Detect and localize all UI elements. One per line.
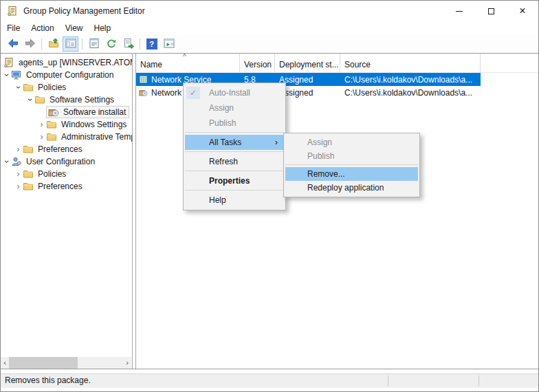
tree-item-policies[interactable]: ›Policies [1, 81, 132, 94]
folder-icon [23, 82, 34, 93]
chevron-expanded-icon[interactable]: › [14, 83, 23, 92]
toolbar-separator [140, 39, 140, 50]
folder-icon [46, 119, 57, 130]
folder-icon [23, 181, 34, 192]
menu-help[interactable]: Help [89, 22, 117, 34]
folder-icon [23, 168, 34, 179]
context-menu-item-properties[interactable]: Properties [184, 173, 285, 188]
chevron-collapsed-icon[interactable]: › [14, 182, 23, 190]
new-window-button[interactable] [161, 36, 177, 52]
properties-icon [89, 38, 100, 51]
tree-item-agents-up-winserver-atoms[interactable]: agents_up [WINSERVER.ATOMS [1, 56, 132, 69]
chevron-expanded-icon[interactable]: › [26, 96, 34, 105]
submenu-item-redeploy-application[interactable]: Redeploy application [284, 181, 419, 195]
tree-item-label: Policies [36, 168, 68, 179]
chevron-expanded-icon[interactable]: › [3, 71, 11, 80]
back-button[interactable] [5, 36, 21, 52]
computer-icon [11, 69, 22, 80]
forward-icon [25, 38, 36, 51]
list-header: Name^VersionDeployment st...Source [136, 54, 538, 73]
tree-item-user-configuration[interactable]: ›User Configuration [1, 155, 132, 168]
minimize-button[interactable] [443, 1, 475, 21]
context-menu-item-publish[interactable]: Publish [184, 116, 285, 131]
folder-icon [46, 131, 57, 142]
close-button[interactable]: × [507, 1, 538, 21]
export-list-button[interactable] [120, 36, 136, 52]
chevron-expanded-icon[interactable]: › [3, 157, 11, 166]
submenu-item-assign[interactable]: Assign [284, 135, 419, 149]
tree-horizontal-scrollbar[interactable]: ‹ › [1, 357, 131, 369]
context-menu-item-refresh[interactable]: Refresh [184, 154, 285, 169]
help-button[interactable]: ? [144, 36, 160, 52]
context-menu-item-all-tasks[interactable]: All Tasks› [185, 135, 284, 150]
properties-button[interactable] [86, 36, 102, 52]
tree-item-preferences[interactable]: ›Preferences [1, 180, 132, 193]
status-bar: Removes this package. [1, 373, 538, 388]
column-header-deployment-st[interactable]: Deployment st... [275, 54, 340, 72]
tree-item-label: Preferences [36, 181, 85, 192]
close-icon: × [519, 6, 525, 17]
toolbar: ? [1, 35, 538, 53]
maximize-icon [488, 8, 494, 14]
scrollbar-thumb[interactable] [9, 357, 78, 369]
tree-item-preferences[interactable]: ›Preferences [1, 143, 132, 155]
help-icon: ? [146, 39, 157, 50]
console-tree-button[interactable] [63, 36, 78, 52]
tree-item-label: Software Settings [47, 94, 116, 105]
context-menu: ✓Auto-InstallAssignPublishAll Tasks›Refr… [183, 83, 286, 210]
gpme-window: Group Policy Management Editor × FileAct… [0, 0, 539, 392]
chevron-collapsed-icon[interactable]: › [37, 120, 46, 129]
context-menu-item-auto-install[interactable]: ✓Auto-Install [184, 85, 285, 100]
chevron-collapsed-icon[interactable]: › [14, 145, 23, 153]
check-icon: ✓ [186, 87, 200, 99]
status-divider [478, 375, 479, 386]
gpo-icon [3, 57, 14, 68]
tree-item-administrative-temp[interactable]: ›Administrative Temp [1, 131, 132, 143]
menu-view[interactable]: View [60, 22, 89, 34]
tree-item-policies[interactable]: ›Policies [1, 168, 132, 180]
column-header-source[interactable]: Source [340, 54, 481, 72]
status-divider [388, 375, 388, 386]
tree-item-label: User Configuration [24, 156, 97, 167]
forward-button[interactable] [22, 36, 38, 52]
scroll-left-arrow-icon[interactable]: ‹ [1, 357, 9, 369]
console-tree-pane: agents_up [WINSERVER.ATOMS›Computer Conf… [1, 54, 133, 369]
up-folder-button[interactable] [45, 36, 61, 52]
tree-item-software-settings[interactable]: ›Software Settings [1, 94, 132, 106]
status-text: Removes this package. [5, 375, 91, 385]
chevron-collapsed-icon[interactable]: › [14, 170, 23, 178]
source-cell: C:\Users\i.koldakov\Downloads\a... [340, 75, 481, 85]
console-tree-icon [65, 38, 76, 51]
menu-action[interactable]: Action [25, 22, 59, 34]
tree-selection-box: Software installat [46, 106, 129, 118]
menu-file[interactable]: File [1, 22, 25, 34]
submenu-item-publish[interactable]: Publish [284, 149, 419, 163]
export-list-icon [123, 38, 134, 51]
new-window-icon [164, 38, 175, 51]
chevron-collapsed-icon[interactable]: › [37, 133, 46, 141]
menu-separator [185, 132, 284, 133]
submenu-item-remove[interactable]: Remove... [285, 167, 418, 181]
console-tree: agents_up [WINSERVER.ATOMS›Computer Conf… [1, 56, 132, 193]
menu-separator [185, 171, 284, 171]
context-menu-item-assign[interactable]: Assign [184, 100, 285, 116]
folder-icon [23, 144, 34, 155]
refresh-icon [106, 38, 117, 51]
maximize-button[interactable] [475, 1, 507, 21]
title-bar: Group Policy Management Editor × [1, 1, 538, 21]
submenu-arrow-icon: › [275, 135, 278, 150]
tree-item-label: Preferences [36, 144, 85, 155]
tree-item-label: Administrative Temp [59, 131, 133, 142]
scroll-right-arrow-icon[interactable]: › [123, 357, 131, 369]
tree-item-software-installat[interactable]: Software installat [1, 106, 132, 118]
menu-separator [185, 151, 284, 152]
gpo-scroll-icon [7, 6, 18, 17]
toolbar-separator [82, 39, 82, 50]
column-header-version[interactable]: Version [240, 54, 275, 72]
column-header-name[interactable]: Name [136, 54, 240, 72]
tree-item-windows-settings[interactable]: ›Windows Settings [1, 118, 132, 131]
tree-item-label: Computer Configuration [24, 69, 116, 80]
refresh-button[interactable] [103, 36, 119, 52]
tree-item-computer-configuration[interactable]: ›Computer Configuration [1, 69, 132, 81]
context-menu-item-help[interactable]: Help [184, 193, 285, 208]
